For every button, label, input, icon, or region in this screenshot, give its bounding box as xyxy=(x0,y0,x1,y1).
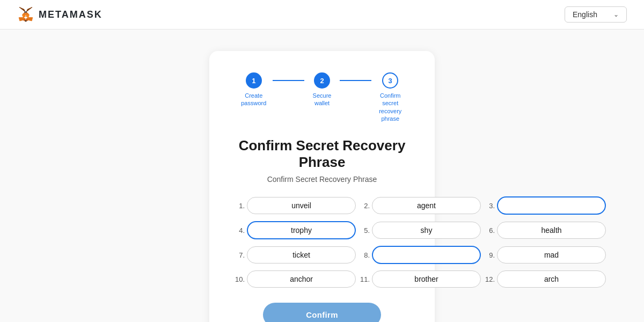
word-input-3[interactable] xyxy=(497,196,606,215)
step-3: 3 Confirm secret recovery phrase xyxy=(371,72,409,122)
word-num-7: 7. xyxy=(235,251,245,259)
word-item-8: 8. xyxy=(360,246,481,264)
word-item-1: 1. xyxy=(235,196,356,215)
metamask-fox-icon xyxy=(17,6,34,23)
svg-marker-12 xyxy=(27,7,32,11)
word-num-4: 4. xyxy=(235,226,245,235)
step-2-label: Secure wallet xyxy=(304,92,340,107)
word-input-5[interactable] xyxy=(372,222,481,239)
word-item-6: 6. xyxy=(485,221,606,239)
word-num-5: 5. xyxy=(360,226,370,235)
word-num-11: 11. xyxy=(360,275,370,283)
word-item-5: 5. xyxy=(360,221,481,239)
word-num-2: 2. xyxy=(360,202,370,210)
word-num-9: 9. xyxy=(485,251,495,259)
logo-area: METAMASK xyxy=(17,6,103,23)
word-num-8: 8. xyxy=(360,251,370,259)
word-item-11: 11. xyxy=(360,270,481,288)
word-item-3: 3. xyxy=(485,196,606,215)
step-2-circle: 2 xyxy=(314,72,330,89)
word-item-7: 7. xyxy=(235,246,356,264)
step-3-label: Confirm secret recovery phrase xyxy=(371,92,409,122)
logo-text: METAMASK xyxy=(39,9,103,20)
svg-marker-10 xyxy=(25,20,26,21)
svg-marker-11 xyxy=(19,7,25,12)
word-item-12: 12. xyxy=(485,270,606,288)
step-1-circle: 1 xyxy=(246,72,262,89)
confirm-recovery-card: 1 Create password 2 Secure wallet 3 Conf… xyxy=(209,51,435,322)
word-item-4: 4. xyxy=(235,221,356,239)
main-content: 1 Create password 2 Secure wallet 3 Conf… xyxy=(0,30,644,322)
word-num-12: 12. xyxy=(485,275,495,283)
page-subtitle: Confirm Secret Recovery Phrase xyxy=(235,175,409,184)
word-input-12[interactable] xyxy=(497,270,606,288)
word-input-9[interactable] xyxy=(497,246,606,264)
word-grid: 1.2.3.4.5.6.7.8.9.10.11.12. xyxy=(235,196,409,288)
step-line-2 xyxy=(340,80,372,81)
word-input-8[interactable] xyxy=(372,246,481,264)
word-input-11[interactable] xyxy=(372,270,481,288)
word-num-1: 1. xyxy=(235,202,245,210)
word-input-4[interactable] xyxy=(247,221,356,239)
page-title: Confirm Secret Recovery Phrase xyxy=(235,137,409,171)
step-line-1 xyxy=(273,80,305,81)
word-input-1[interactable] xyxy=(247,197,356,214)
header: METAMASK EnglishEspañolFrançaisDeutsch中文… xyxy=(0,0,644,30)
step-3-circle: 3 xyxy=(382,72,398,89)
language-dropdown[interactable]: EnglishEspañolFrançaisDeutsch中文 xyxy=(573,10,610,19)
word-num-10: 10. xyxy=(235,275,245,283)
chevron-down-icon: ⌄ xyxy=(613,11,619,18)
svg-marker-4 xyxy=(23,12,26,15)
step-1: 1 Create password xyxy=(235,72,273,107)
word-item-9: 9. xyxy=(485,246,606,264)
word-input-2[interactable] xyxy=(372,197,481,214)
step-2: 2 Secure wallet xyxy=(304,72,340,107)
word-input-6[interactable] xyxy=(497,222,606,239)
word-num-6: 6. xyxy=(485,226,495,235)
word-item-2: 2. xyxy=(360,196,481,215)
step-1-label: Create password xyxy=(235,92,273,107)
word-input-7[interactable] xyxy=(247,246,356,264)
confirm-button[interactable]: Confirm xyxy=(263,303,381,322)
language-selector[interactable]: EnglishEspañolFrançaisDeutsch中文 ⌄ xyxy=(565,6,627,23)
stepper: 1 Create password 2 Secure wallet 3 Conf… xyxy=(235,72,409,122)
word-input-10[interactable] xyxy=(247,270,356,288)
word-num-3: 3. xyxy=(485,202,495,210)
word-item-10: 10. xyxy=(235,270,356,288)
